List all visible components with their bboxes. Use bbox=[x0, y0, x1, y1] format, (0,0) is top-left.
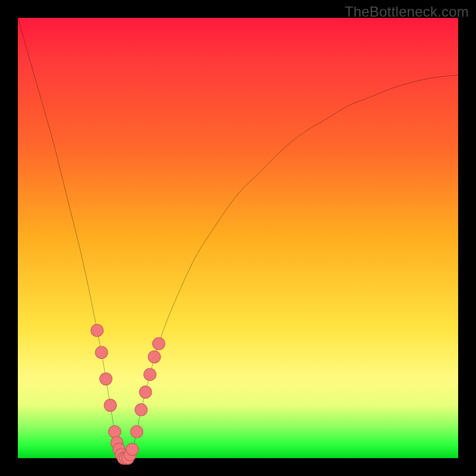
marker-dot bbox=[91, 324, 104, 337]
marker-dot bbox=[100, 372, 112, 385]
watermark-text: TheBottleneck.com bbox=[345, 4, 469, 20]
marker-dot bbox=[152, 337, 165, 350]
marker-dot bbox=[104, 399, 117, 412]
marker-dot bbox=[144, 368, 156, 381]
marker-dot bbox=[130, 425, 143, 438]
marker-dot bbox=[148, 350, 161, 363]
marker-dot bbox=[95, 346, 108, 359]
marker-dot bbox=[135, 403, 148, 416]
marker-dot bbox=[139, 386, 152, 399]
marker-dot bbox=[108, 425, 121, 438]
outer-frame: TheBottleneck.com bbox=[0, 0, 476, 476]
marker-dot bbox=[126, 443, 139, 456]
marker-cluster bbox=[91, 324, 165, 464]
bottleneck-curve bbox=[18, 18, 458, 459]
chart-svg-layer bbox=[18, 18, 458, 458]
